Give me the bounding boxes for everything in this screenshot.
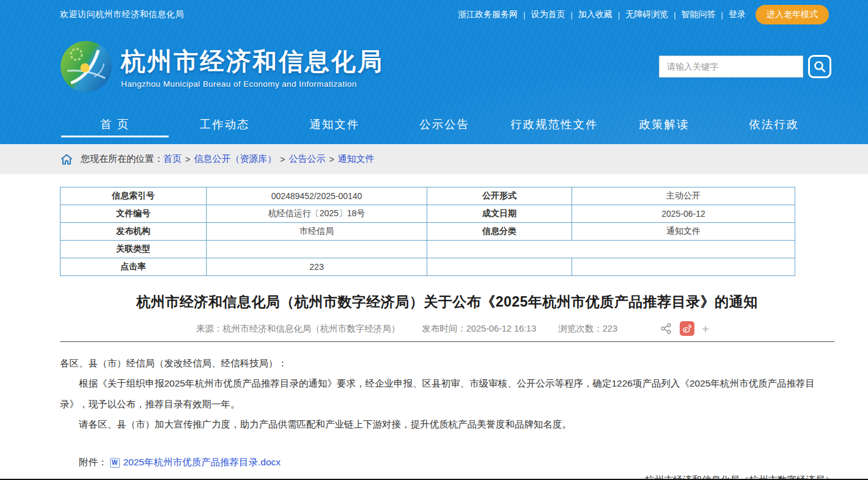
meta-source: 来源：杭州市经济和信息化局（杭州市数字经济局） (196, 323, 400, 335)
table-cell: 223 (207, 258, 427, 276)
meta-views-label: 浏览次数： (558, 324, 603, 333)
table-cell: 2025-06-12 (572, 205, 795, 223)
breadcrumb-separator: > (280, 155, 285, 164)
nav-item-law-based-admin[interactable]: 依法行政 (719, 104, 829, 144)
table-row: 文件编号 杭经信运行〔2025〕18号 成文日期 2025-06-12 (61, 205, 795, 223)
topbar-separator: | (618, 10, 620, 20)
topbar-links: 浙江政务服务网 | 设为首页 | 加入收藏 | 无障碍浏览 | 智能问答 | 登… (458, 5, 829, 24)
breadcrumb-link-notices[interactable]: 通知文件 (338, 153, 375, 165)
site-name-english: Hangzhou Municipal Bureau of Economy and… (121, 79, 384, 89)
nav-item-work-news[interactable]: 工作动态 (170, 104, 280, 144)
toplink-smart-qa[interactable]: 智能问答 (682, 9, 716, 20)
home-icon[interactable] (60, 153, 73, 165)
word-doc-icon: W (110, 458, 120, 468)
table-row: 发布机构 市经信局 信息分类 通知文件 (61, 223, 795, 241)
table-cell: 杭经信运行〔2025〕18号 (207, 205, 427, 223)
attachment-label: 附件： (79, 456, 108, 469)
weibo-share-icon[interactable] (680, 321, 694, 336)
table-cell (207, 241, 427, 258)
attachment-link[interactable]: 2025年杭州市优质产品推荐目录.docx (123, 456, 281, 469)
table-row: 关联类型 (61, 241, 795, 258)
table-label: 成文日期 (427, 205, 572, 223)
table-cell: 市经信局 (207, 223, 427, 241)
search-button[interactable] (808, 55, 831, 78)
table-label: 公开形式 (427, 187, 572, 205)
table-row: 信息索引号 002489452/2025-00140 公开形式 主动公开 (61, 187, 795, 205)
nav-item-home[interactable]: 首 页 (60, 104, 170, 144)
breadcrumb-link-home[interactable]: 首页 (163, 153, 182, 165)
toplink-login[interactable]: 登录 (729, 9, 746, 20)
table-label: 发布机构 (61, 223, 207, 241)
meta-publish-time: 发布时间：2025-06-12 16:13 (422, 323, 536, 335)
breadcrumb-separator: > (329, 155, 334, 164)
table-label: 信息索引号 (61, 187, 207, 205)
topbar: 欢迎访问杭州市经济和信息化局 浙江政务服务网 | 设为首页 | 加入收藏 | 无… (0, 0, 868, 29)
search-input[interactable] (659, 56, 803, 78)
article-body: 各区、县（市）经信局（发改经信局、经信科技局）： 根据《关于组织申报2025年杭… (60, 353, 834, 434)
breadcrumb-separator: > (185, 155, 190, 164)
table-label: 关联类型 (61, 241, 207, 258)
meta-views: 浏览次数：223 (558, 323, 617, 335)
site-logo[interactable] (60, 40, 112, 93)
main-content: 信息索引号 002489452/2025-00140 公开形式 主动公开 文件编… (60, 187, 834, 480)
topbar-separator: | (674, 10, 675, 20)
search-icon (813, 60, 826, 73)
nav-item-notices[interactable]: 通知文件 (279, 104, 389, 144)
site-title: 杭州市经济和信息化局 Hangzhou Municipal Bureau of … (121, 45, 384, 89)
article-paragraph: 请各区、县（市）加大宣传推广力度，助力产品供需匹配和产业链上下游对接，提升优质杭… (60, 414, 834, 434)
more-share-icon[interactable]: + (702, 322, 709, 335)
nav-item-announcements[interactable]: 公示公告 (389, 104, 499, 144)
toplink-add-favorite[interactable]: 加入收藏 (578, 9, 612, 20)
table-cell: 通知文件 (572, 223, 795, 241)
nav-item-policy-interpretation[interactable]: 政策解读 (609, 104, 719, 144)
meta-source-label: 来源： (196, 324, 223, 333)
article-salutation: 各区、县（市）经信局（发改经信局、经信科技局）： (60, 353, 834, 373)
table-label: 点击率 (61, 258, 207, 276)
document-info-table: 信息索引号 002489452/2025-00140 公开形式 主动公开 文件编… (60, 187, 795, 276)
breadcrumb-link-info-disclosure[interactable]: 信息公开（资源库） (194, 153, 276, 165)
meta-time-label: 发布时间： (422, 324, 466, 333)
attachment-row: 附件： W 2025年杭州市优质产品推荐目录.docx (60, 456, 834, 469)
share-icon[interactable] (660, 322, 672, 335)
meta-views-value: 223 (603, 324, 617, 333)
topbar-separator: | (721, 10, 723, 20)
share-icons: + (660, 321, 709, 336)
article-title: 杭州市经济和信息化局（杭州市数字经济局）关于公布《2025年杭州市优质产品推荐目… (60, 293, 834, 311)
table-cell: 002489452/2025-00140 (207, 187, 427, 205)
breadcrumb-prefix: 您现在所在的位置： (81, 153, 163, 165)
breadcrumb-link-announcements[interactable]: 公告公示 (289, 153, 325, 165)
meta-time-value: 2025-06-12 16:13 (466, 324, 537, 333)
breadcrumb: 您现在所在的位置： 首页 > 信息公开（资源库） > 公告公示 > 通知文件 (0, 144, 868, 174)
table-label: 信息分类 (427, 223, 572, 241)
search-area (659, 55, 831, 78)
table-label (427, 258, 572, 276)
table-cell (427, 241, 795, 258)
elder-mode-button[interactable]: 进入老年模式 (756, 5, 829, 24)
topbar-separator: | (523, 10, 525, 20)
site-header-block: 欢迎访问杭州市经济和信息化局 浙江政务服务网 | 设为首页 | 加入收藏 | 无… (0, 0, 868, 144)
toplink-set-homepage[interactable]: 设为首页 (531, 9, 565, 20)
toplink-accessibility[interactable]: 无障碍浏览 (625, 9, 668, 20)
main-nav: 首 页 工作动态 通知文件 公示公告 行政规范性文件 政策解读 依法行政 (0, 104, 868, 144)
article-meta: 来源：杭州市经济和信息化局（杭州市数字经济局） 发布时间：2025-06-12 … (60, 321, 834, 336)
article-paragraph: 根据《关于组织申报2025年杭州市优质产品推荐目录的通知》要求，经企业申报、区县… (60, 373, 834, 414)
welcome-text: 欢迎访问杭州市经济和信息化局 (60, 9, 184, 20)
topbar-separator: | (570, 10, 572, 20)
site-name: 杭州市经济和信息化局 (121, 45, 384, 78)
table-label: 文件编号 (61, 205, 207, 223)
table-cell: 主动公开 (572, 187, 795, 205)
header-main-row: 杭州市经济和信息化局 Hangzhou Municipal Bureau of … (0, 29, 868, 104)
table-row: 点击率 223 (61, 258, 795, 276)
table-cell (572, 258, 795, 276)
meta-source-value: 杭州市经济和信息化局（杭州市数字经济局） (223, 324, 400, 333)
nav-item-regulatory-docs[interactable]: 行政规范性文件 (499, 104, 609, 144)
title-divider (60, 341, 834, 342)
toplink-zhejiang-gov[interactable]: 浙江政务服务网 (458, 9, 518, 20)
